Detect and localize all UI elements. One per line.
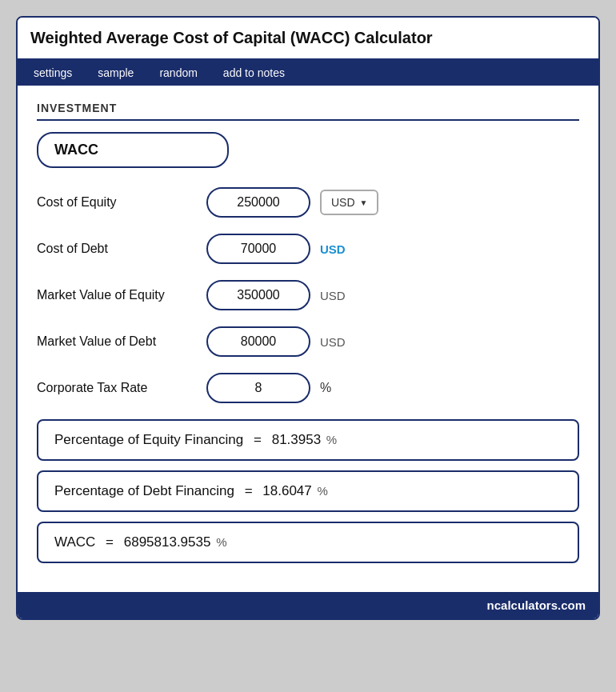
calculator-name-input[interactable] [37,132,229,168]
cost-of-equity-row: Cost of Equity USD ▼ [37,187,579,218]
wacc-result: WACC = 6895813.9535 % [37,522,579,563]
wacc-result-equals: = [106,534,114,550]
content-area: INVESTMENT Cost of Equity USD ▼ Cost of … [18,86,598,592]
cost-of-debt-label: Cost of Debt [37,240,197,258]
debt-financing-value: 18.6047 [262,483,311,498]
corporate-tax-rate-row: Corporate Tax Rate % [37,373,579,403]
nav-bar: settings sample random add to notes [18,60,598,86]
equity-financing-label: Percentage of Equity Financing [54,432,243,447]
wacc-result-value: 6895813.9535 [124,534,211,550]
chevron-down-icon: ▼ [360,198,368,207]
equity-financing-value: 81.3953 [272,432,321,447]
wacc-result-label: WACC [54,534,95,550]
nav-sample[interactable]: sample [85,60,146,86]
market-value-equity-row: Market Value of Equity USD [37,280,579,310]
corporate-tax-rate-label: Corporate Tax Rate [37,379,197,397]
page-title: Weighted Average Cost of Capital (WACC) … [30,29,586,47]
equity-financing-equals: = [254,432,262,447]
market-value-equity-input[interactable] [206,280,310,310]
equity-financing-unit: % [326,433,337,446]
currency-dropdown[interactable]: USD ▼ [320,190,378,215]
brand-label: ncalculators.com [487,598,586,612]
debt-financing-unit: % [318,484,328,498]
equity-financing-result: Percentage of Equity Financing = 81.3953… [37,419,579,461]
market-value-debt-currency: USD [320,335,346,349]
footer: ncalculators.com [18,592,598,618]
currency-dropdown-label: USD [331,196,355,209]
market-value-debt-label: Market Value of Debt [37,333,197,350]
cost-of-debt-row: Cost of Debt USD [37,234,579,264]
debt-financing-label: Percentage of Debt Financing [54,483,234,498]
debt-financing-equals: = [245,483,253,498]
cost-of-debt-currency: USD [320,242,346,256]
cost-of-equity-label: Cost of Equity [37,194,197,211]
market-value-debt-row: Market Value of Debt USD [37,326,579,357]
cost-of-equity-input[interactable] [206,187,310,218]
corporate-tax-rate-unit: % [320,381,331,395]
corporate-tax-rate-input[interactable] [206,373,310,403]
nav-add-to-notes[interactable]: add to notes [210,60,298,86]
nav-settings[interactable]: settings [21,60,85,86]
debt-financing-result: Percentage of Debt Financing = 18.6047 % [37,470,579,512]
nav-random[interactable]: random [146,60,210,86]
calculator-container: Weighted Average Cost of Capital (WACC) … [16,16,600,620]
title-bar: Weighted Average Cost of Capital (WACC) … [18,18,598,60]
cost-of-debt-input[interactable] [206,234,310,264]
section-label: INVESTMENT [37,102,579,121]
market-value-debt-input[interactable] [206,326,310,357]
market-value-equity-currency: USD [320,289,346,302]
market-value-equity-label: Market Value of Equity [37,286,197,304]
wacc-result-unit: % [216,535,226,549]
